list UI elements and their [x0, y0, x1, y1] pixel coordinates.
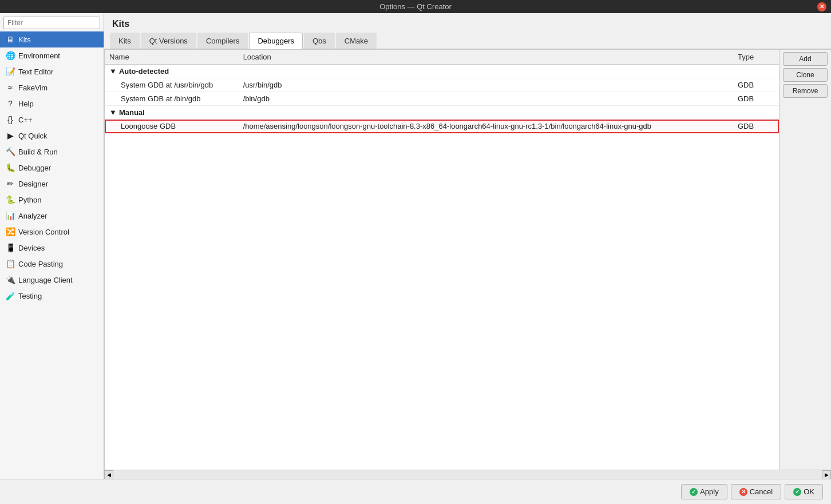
- section-header-auto-detected: ▼Auto-detected: [105, 65, 779, 78]
- sidebar-item-environment[interactable]: 🌐Environment: [0, 47, 104, 64]
- sidebar-item-build-run[interactable]: 🔨Build & Run: [0, 144, 104, 160]
- col-location: Location: [239, 50, 733, 65]
- sidebar-item-label-fakevim: FakeVim: [18, 84, 48, 92]
- debugger-icon: 🐛: [6, 163, 15, 172]
- scroll-right-arrow[interactable]: ▶: [822, 470, 831, 479]
- sidebar-item-python[interactable]: 🐍Python: [0, 192, 104, 208]
- action-buttons: AddCloneRemove: [779, 49, 831, 470]
- cell-name: System GDB at /usr/bin/gdb: [105, 78, 239, 92]
- horizontal-scrollbar[interactable]: ◀ ▶: [104, 470, 831, 479]
- sidebar-item-fakevim[interactable]: ≈FakeVim: [0, 80, 104, 96]
- content-section: Name Location Type ▼Auto-detectedSystem …: [104, 49, 831, 470]
- cell-type: GDB: [733, 120, 779, 133]
- cell-location: /usr/bin/gdb: [239, 78, 733, 92]
- sidebar-item-designer[interactable]: ✏Designer: [0, 176, 104, 192]
- scroll-track[interactable]: [113, 470, 822, 479]
- cell-location: /bin/gdb: [239, 92, 733, 106]
- sidebar-item-label-build-run: Build & Run: [18, 148, 58, 156]
- tab-debuggers[interactable]: Debuggers: [249, 33, 303, 49]
- sidebar-item-label-text-editor: Text Editor: [18, 68, 53, 76]
- analyzer-icon: 📊: [6, 211, 15, 220]
- sidebar-item-devices[interactable]: 📱Devices: [0, 240, 104, 256]
- table-wrapper: Name Location Type ▼Auto-detectedSystem …: [104, 49, 779, 470]
- devices-icon: 📱: [6, 243, 15, 252]
- tab-qbs[interactable]: Qbs: [304, 33, 335, 49]
- sidebar-item-label-debugger: Debugger: [18, 164, 51, 172]
- remove-button[interactable]: Remove: [783, 84, 828, 98]
- sidebar-item-label-python: Python: [18, 196, 41, 204]
- right-panel: Kits KitsQt VersionsCompilersDebuggersQb…: [104, 13, 831, 479]
- code-pasting-icon: 📋: [6, 259, 15, 268]
- tab-compilers[interactable]: Compilers: [197, 33, 248, 49]
- sidebar-item-language-client[interactable]: 🔌Language Client: [0, 272, 104, 288]
- tab-kits[interactable]: Kits: [110, 33, 140, 49]
- table-row[interactable]: System GDB at /usr/bin/gdb/usr/bin/gdbGD…: [105, 78, 779, 92]
- sidebar-item-label-version-control: Version Control: [18, 228, 69, 236]
- col-name: Name: [105, 50, 239, 65]
- col-type: Type: [733, 50, 779, 65]
- table-row[interactable]: Loongoose GDB/home/asensing/loongson/loo…: [105, 120, 779, 133]
- sidebar-item-version-control[interactable]: 🔀Version Control: [0, 224, 104, 240]
- designer-icon: ✏: [6, 179, 15, 188]
- environment-icon: 🌐: [6, 51, 15, 60]
- sidebar-items-list: 🖥Kits🌐Environment📝Text Editor≈FakeVim?He…: [0, 31, 104, 479]
- build-run-icon: 🔨: [6, 147, 15, 156]
- cancel-button[interactable]: ✕ Cancel: [731, 484, 781, 499]
- sidebar-item-label-qt-quick: Qt Quick: [18, 132, 48, 140]
- apply-button[interactable]: ✓ Apply: [681, 484, 727, 499]
- sidebar-item-label-code-pasting: Code Pasting: [18, 260, 63, 268]
- sidebar-item-debugger[interactable]: 🐛Debugger: [0, 160, 104, 176]
- sidebar-item-kits[interactable]: 🖥Kits: [0, 31, 104, 47]
- python-icon: 🐍: [6, 195, 15, 204]
- debuggers-table: Name Location Type ▼Auto-detectedSystem …: [105, 50, 779, 133]
- sidebar-item-code-pasting[interactable]: 📋Code Pasting: [0, 256, 104, 272]
- qt-quick-icon: ▶: [6, 131, 15, 140]
- sidebar-item-label-devices: Devices: [18, 244, 45, 252]
- tab-qt-versions[interactable]: Qt Versions: [141, 33, 196, 49]
- ok-icon: ✓: [793, 488, 801, 496]
- sidebar-item-text-editor[interactable]: 📝Text Editor: [0, 64, 104, 80]
- sidebar-item-label-kits: Kits: [18, 35, 31, 44]
- filter-container: [0, 13, 104, 31]
- tabs-bar: KitsQt VersionsCompilersDebuggersQbsCMak…: [104, 33, 831, 49]
- cell-name: System GDB at /bin/gdb: [105, 92, 239, 106]
- table-body: ▼Auto-detectedSystem GDB at /usr/bin/gdb…: [105, 65, 779, 133]
- sidebar-item-label-environment: Environment: [18, 51, 60, 60]
- footer: ✓ Apply ✕ Cancel ✓ OK: [0, 479, 831, 504]
- sidebar: 🖥Kits🌐Environment📝Text Editor≈FakeVim?He…: [0, 13, 104, 479]
- sidebar-item-help[interactable]: ?Help: [0, 96, 104, 112]
- window-title: Options — Qt Creator: [379, 2, 452, 11]
- testing-icon: 🧪: [6, 291, 15, 300]
- sidebar-item-analyzer[interactable]: 📊Analyzer: [0, 208, 104, 224]
- cpp-icon: {}: [6, 115, 15, 124]
- sidebar-item-label-analyzer: Analyzer: [18, 212, 48, 220]
- ok-button[interactable]: ✓ OK: [785, 484, 823, 499]
- add-button[interactable]: Add: [783, 52, 828, 66]
- cell-type: GDB: [733, 78, 779, 92]
- text-editor-icon: 📝: [6, 67, 15, 76]
- filter-input[interactable]: [3, 17, 100, 29]
- tab-cmake[interactable]: CMake: [336, 33, 377, 49]
- apply-icon: ✓: [690, 488, 698, 496]
- section-header-manual: ▼Manual: [105, 106, 779, 120]
- title-bar: Options — Qt Creator ✕: [0, 0, 831, 13]
- sidebar-item-qt-quick[interactable]: ▶Qt Quick: [0, 128, 104, 144]
- table-row[interactable]: System GDB at /bin/gdb/bin/gdbGDB: [105, 92, 779, 106]
- sidebar-item-cpp[interactable]: {}C++: [0, 112, 104, 128]
- sidebar-item-label-cpp: C++: [18, 116, 33, 124]
- sidebar-item-label-designer: Designer: [18, 180, 48, 188]
- cell-type: GDB: [733, 92, 779, 106]
- help-icon: ?: [6, 99, 15, 108]
- sidebar-item-testing[interactable]: 🧪Testing: [0, 288, 104, 304]
- scroll-left-arrow[interactable]: ◀: [104, 470, 113, 479]
- page-title: Kits: [104, 13, 831, 33]
- cell-name: Loongoose GDB: [105, 120, 239, 133]
- sidebar-item-label-help: Help: [18, 100, 34, 108]
- fakevim-icon: ≈: [6, 83, 15, 92]
- kits-icon: 🖥: [6, 35, 15, 44]
- close-button[interactable]: ✕: [817, 2, 826, 11]
- cancel-icon: ✕: [739, 488, 747, 496]
- table-header: Name Location Type: [105, 50, 779, 65]
- clone-button[interactable]: Clone: [783, 68, 828, 82]
- sidebar-item-label-testing: Testing: [18, 292, 42, 300]
